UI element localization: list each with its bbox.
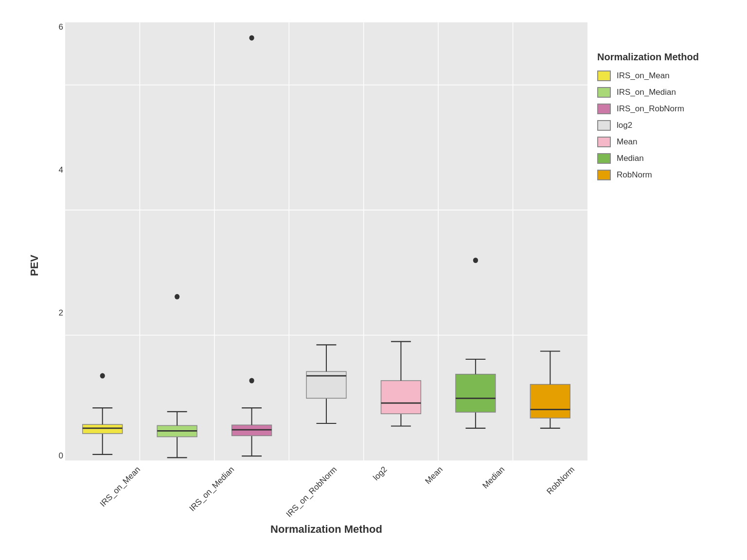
legend-swatch-irs-median bbox=[597, 87, 611, 98]
legend-swatch-irs-robnorm bbox=[597, 104, 611, 114]
boxplot-log2 bbox=[306, 345, 346, 423]
svg-point-50 bbox=[473, 258, 478, 263]
plot-region: PEV 6 4 2 0 bbox=[23, 22, 587, 538]
legend-label-log2: log2 bbox=[617, 121, 632, 130]
legend-swatch-median bbox=[597, 153, 611, 164]
legend-item-irs-mean: IRS_on_Mean bbox=[597, 70, 714, 81]
boxplot-irs-mean bbox=[83, 373, 123, 455]
svg-point-16 bbox=[100, 373, 105, 379]
y-tick-6: 6 bbox=[48, 22, 63, 32]
legend-item-log2: log2 bbox=[597, 120, 714, 131]
svg-rect-40 bbox=[381, 381, 421, 414]
legend-label-irs-mean: IRS_on_Mean bbox=[617, 71, 670, 81]
y-tick-4: 4 bbox=[48, 165, 63, 175]
x-label-irs-median: IRS_on_Median bbox=[188, 465, 236, 513]
x-label-median: Median bbox=[480, 465, 507, 491]
legend-label-median: Median bbox=[617, 154, 644, 163]
legend-title: Normalization Method bbox=[597, 52, 714, 63]
legend-swatch-log2 bbox=[597, 120, 611, 131]
legend-item-irs-robnorm: IRS_on_RobNorm bbox=[597, 104, 714, 114]
svg-point-30 bbox=[249, 378, 254, 384]
boxplot-mean bbox=[381, 342, 421, 426]
y-tick-0: 0 bbox=[48, 451, 63, 461]
x-label-robnorm: RobNorm bbox=[545, 465, 577, 497]
x-label-log2: log2 bbox=[372, 465, 390, 483]
legend-swatch-robnorm bbox=[597, 170, 611, 180]
x-label-irs-mean: IRS_on_Mean bbox=[98, 465, 142, 509]
legend-item-mean: Mean bbox=[597, 137, 714, 147]
legend-swatch-mean bbox=[597, 137, 611, 147]
boxplot-robnorm bbox=[530, 351, 570, 428]
x-label-mean: Mean bbox=[423, 465, 445, 486]
svg-rect-53 bbox=[530, 385, 570, 418]
legend-item-irs-median: IRS_on_Median bbox=[597, 87, 714, 98]
legend-label-irs-robnorm: IRS_on_RobNorm bbox=[617, 104, 684, 114]
legend-label-mean: Mean bbox=[617, 137, 638, 147]
legend-label-irs-median: IRS_on_Median bbox=[617, 88, 676, 97]
legend-swatch-irs-mean bbox=[597, 70, 611, 81]
boxplot-irs-median bbox=[157, 294, 197, 458]
plot-background bbox=[65, 22, 587, 461]
svg-rect-12 bbox=[83, 424, 123, 434]
chart-area: PEV 6 4 2 0 bbox=[23, 22, 587, 538]
svg-point-23 bbox=[175, 294, 179, 299]
svg-rect-46 bbox=[456, 374, 496, 412]
y-tick-2: 2 bbox=[48, 308, 63, 318]
legend: Normalization Method IRS_on_Mean IRS_on_… bbox=[587, 42, 724, 538]
y-axis-label: PEV bbox=[23, 22, 46, 508]
boxplot-median bbox=[456, 258, 496, 428]
x-label-irs-robnorm: IRS_on_RobNorm bbox=[284, 465, 338, 519]
svg-point-31 bbox=[249, 35, 254, 40]
x-axis-label: Normalization Method bbox=[65, 519, 587, 538]
boxplot-irs-robnorm bbox=[232, 35, 272, 456]
legend-label-robnorm: RobNorm bbox=[617, 170, 652, 180]
legend-item-median: Median bbox=[597, 153, 714, 164]
chart-container: PEV 6 4 2 0 bbox=[14, 13, 733, 547]
legend-item-robnorm: RobNorm bbox=[597, 170, 714, 180]
